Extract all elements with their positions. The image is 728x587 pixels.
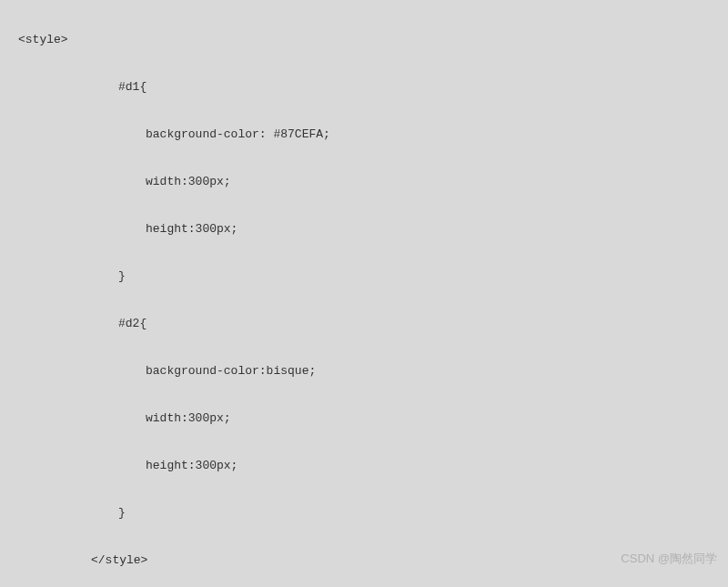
code-line: #d2{ [0, 312, 728, 336]
code-line: background-color:bisque; [0, 359, 728, 383]
code-line: } [0, 501, 728, 525]
code-line: } [0, 265, 728, 288]
code-line: width:300px; [0, 407, 728, 430]
code-line: </style> [0, 549, 728, 572]
code-line: width:300px; [0, 170, 728, 194]
code-line: height:300px; [0, 218, 728, 241]
code-line: <style> [0, 28, 728, 52]
code-line: height:300px; [0, 454, 728, 478]
watermark: CSDN @陶然同学 [621, 547, 717, 571]
code-line: background-color: #87CEFA; [0, 123, 728, 147]
code-line: #d1{ [0, 76, 728, 99]
code-block: <style> #d1{ background-color: #87CEFA; … [0, 0, 728, 587]
